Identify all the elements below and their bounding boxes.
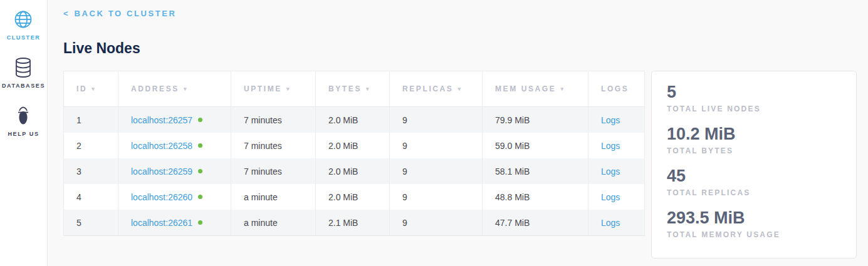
node-address-link[interactable]: localhost:26257 [131,115,192,125]
cell-uptime: a minute [231,210,316,235]
sort-arrow-icon: ▾ [286,86,291,92]
table-row: 5 localhost:26261 a minute 2.1 MiB 9 47.… [64,210,644,235]
summary-value: 10.2 MiB [667,123,841,145]
node-logs-link[interactable]: Logs [601,115,620,125]
summary-label: TOTAL MEMORY USAGE [667,230,841,240]
sort-arrow-icon: ▾ [184,86,188,92]
cell-replicas: 9 [390,184,483,210]
table-row: 4 localhost:26260 a minute 2.0 MiB 9 48.… [64,184,644,210]
column-header-address[interactable]: ADDRESS ▾ [118,71,231,106]
cell-uptime: 7 minutes [231,158,316,184]
node-live-status-dot [198,195,202,199]
back-to-cluster-link[interactable]: < BACK TO CLUSTER [63,9,177,18]
table-body: 1 localhost:26257 7 minutes 2.0 MiB 9 79… [64,107,644,235]
node-address-link[interactable]: localhost:26259 [131,166,192,176]
back-arrow-icon: < [63,9,68,18]
node-address-link[interactable]: localhost:26260 [131,192,192,202]
cell-uptime: a minute [231,184,316,210]
column-header-bytes[interactable]: BYTES ▾ [316,71,390,106]
page-title: Live Nodes [63,40,868,57]
summary-total-replicas: 45 TOTAL REPLICAS [667,165,841,198]
sort-arrow-icon: ▾ [458,86,462,92]
cell-node-id: 3 [64,158,118,184]
cell-logs: Logs [588,107,644,133]
cell-mem-usage: 59.0 MiB [483,133,588,158]
cell-mem-usage: 47.7 MiB [483,210,588,235]
summary-value: 5 [667,81,841,103]
cell-uptime: 7 minutes [231,133,316,158]
node-live-status-dot [198,220,202,225]
table-row: 1 localhost:26257 7 minutes 2.0 MiB 9 79… [64,107,644,133]
sort-arrow-icon: ▾ [366,86,370,92]
summary-value: 45 [667,165,841,187]
cell-node-id: 1 [64,107,118,133]
cell-bytes: 2.0 MiB [316,133,390,158]
summary-total-live-nodes: 5 TOTAL LIVE NODES [667,81,841,114]
column-header-id[interactable]: ID ▾ [64,71,118,106]
cell-address: localhost:26258 [118,133,231,158]
cell-mem-usage: 48.8 MiB [483,184,588,210]
cell-address: localhost:26259 [118,158,231,184]
globe-icon [14,9,33,30]
cockroach-icon [14,105,33,126]
column-header-mem-usage[interactable]: MEM USAGE ▾ [483,71,588,106]
cell-address: localhost:26257 [118,107,231,133]
column-header-uptime[interactable]: UPTIME ▾ [231,71,316,106]
cell-address: localhost:26261 [118,210,231,235]
cell-bytes: 2.0 MiB [316,184,390,210]
cell-replicas: 9 [390,158,483,184]
table-header-row: ID ▾ ADDRESS ▾ UPTIME ▾ BYTES ▾ [64,71,644,107]
sidebar-item-databases[interactable]: DATABASES [2,57,45,89]
cluster-summary-card: 5 TOTAL LIVE NODES 10.2 MiB TOTAL BYTES … [651,71,857,258]
node-logs-link[interactable]: Logs [601,166,620,176]
summary-label: TOTAL BYTES [667,146,841,156]
table-row: 3 localhost:26259 7 minutes 2.0 MiB 9 58… [64,158,644,184]
cell-bytes: 2.0 MiB [316,158,390,184]
summary-total-bytes: 10.2 MiB TOTAL BYTES [667,123,841,156]
cell-uptime: 7 minutes [231,107,316,133]
sidebar-item-label: HELP US [8,131,39,137]
node-live-status-dot [198,143,202,148]
summary-label: TOTAL REPLICAS [667,188,841,198]
cell-logs: Logs [588,184,644,210]
back-link-label: BACK TO CLUSTER [75,9,177,18]
column-header-logs: LOGS [588,71,644,106]
sidebar-item-help-us[interactable]: HELP US [8,105,39,137]
node-address-link[interactable]: localhost:26258 [131,141,192,151]
sort-arrow-icon: ▾ [560,86,565,92]
summary-total-memory-usage: 293.5 MiB TOTAL MEMORY USAGE [667,207,841,240]
cell-logs: Logs [588,210,644,235]
cell-replicas: 9 [390,210,483,235]
column-header-replicas[interactable]: REPLICAS ▾ [390,71,483,106]
table-row: 2 localhost:26258 7 minutes 2.0 MiB 9 59… [64,133,644,158]
sort-arrow-icon: ▾ [92,86,96,92]
sidebar-item-label: CLUSTER [7,34,41,41]
database-icon [14,57,33,78]
summary-value: 293.5 MiB [667,207,841,228]
cell-node-id: 4 [64,184,118,210]
node-live-status-dot [198,169,202,173]
sidebar-item-cluster[interactable]: CLUSTER [7,9,41,41]
sidebar: CLUSTER DATABASES HELP US [0,0,48,266]
cell-node-id: 5 [64,210,118,235]
cell-bytes: 2.1 MiB [316,210,390,235]
node-logs-link[interactable]: Logs [601,141,620,151]
cell-address: localhost:26260 [118,184,231,210]
live-nodes-table: ID ▾ ADDRESS ▾ UPTIME ▾ BYTES ▾ [63,71,645,236]
sidebar-item-label: DATABASES [2,83,45,89]
node-logs-link[interactable]: Logs [601,218,620,228]
cell-mem-usage: 58.1 MiB [483,158,588,184]
main-content: < BACK TO CLUSTER Live Nodes ID ▾ ADDRES… [48,0,868,266]
cell-node-id: 2 [64,133,118,158]
cell-replicas: 9 [390,107,483,133]
node-live-status-dot [198,118,202,122]
cell-logs: Logs [588,133,644,158]
cell-logs: Logs [588,158,644,184]
node-logs-link[interactable]: Logs [601,192,620,202]
node-address-link[interactable]: localhost:26261 [131,218,192,228]
cell-replicas: 9 [390,133,483,158]
cell-mem-usage: 79.9 MiB [483,107,588,133]
summary-label: TOTAL LIVE NODES [667,104,841,114]
cell-bytes: 2.0 MiB [316,107,390,133]
app-window: CLUSTER DATABASES HELP US [0,0,868,266]
